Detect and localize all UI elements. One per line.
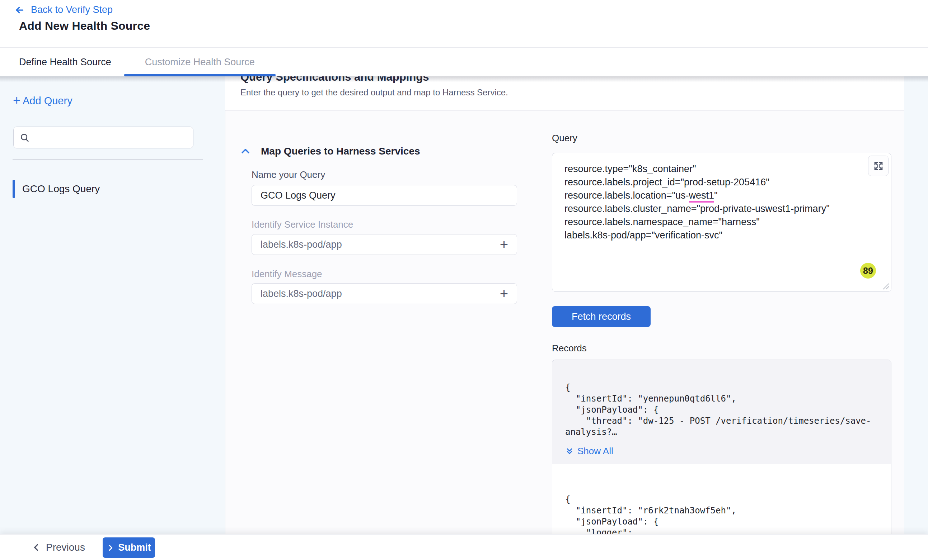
- map-queries-section-head: Map Queries to Harness Services: [240, 146, 420, 157]
- query-search-box: [13, 126, 194, 148]
- name-your-query-label: Name your Query: [252, 169, 325, 180]
- wizard-tabs: Define Health Source Customize Health So…: [0, 48, 928, 76]
- chevron-left-icon: [32, 543, 41, 552]
- back-link[interactable]: Back to Verify Step: [14, 4, 113, 15]
- wizard-footer: Previous Submit: [0, 534, 928, 560]
- resize-handle[interactable]: [882, 282, 890, 290]
- expand-icon: [873, 161, 884, 171]
- query-name-input[interactable]: [261, 190, 508, 201]
- search-icon: [19, 132, 30, 143]
- query-line: resource.labels.project_id="prod-setup-2…: [565, 176, 879, 189]
- add-query-label: Add Query: [23, 95, 72, 107]
- spec-heading: Query Specifications and Mappings: [240, 76, 928, 84]
- query-line: resource.labels.cluster_name="prod-priva…: [565, 202, 879, 216]
- expand-query-button[interactable]: [868, 155, 888, 176]
- previous-button[interactable]: Previous: [32, 534, 85, 560]
- tab-define-health-source[interactable]: Define Health Source: [19, 48, 111, 76]
- identify-message-label: Identify Message: [252, 269, 322, 280]
- back-link-label: Back to Verify Step: [31, 4, 113, 15]
- submit-label: Submit: [118, 542, 151, 553]
- plus-icon: +: [13, 94, 20, 107]
- query-line: resource.labels.location="us-west1": [565, 189, 879, 202]
- submit-button[interactable]: Submit: [103, 537, 155, 558]
- sidebar-divider: [12, 160, 203, 160]
- sidebar-item-gco-logs-query[interactable]: GCO Logs Query: [12, 180, 100, 198]
- map-queries-title: Map Queries to Harness Services: [261, 146, 420, 157]
- tab-customize-health-source[interactable]: Customize Health Source: [124, 48, 276, 76]
- show-all-label: Show All: [577, 446, 613, 457]
- add-service-instance-icon[interactable]: +: [500, 237, 508, 252]
- add-health-source-page: Back to Verify Step Add New Health Sourc…: [0, 0, 928, 560]
- query-line: resource.type="k8s_container": [565, 163, 879, 176]
- add-message-icon[interactable]: +: [500, 286, 508, 301]
- records-label: Records: [552, 343, 587, 354]
- right-gutter: [904, 76, 928, 534]
- query-line: resource.labels.namespace_name="harness": [565, 216, 879, 229]
- page-title: Add New Health Source: [19, 19, 150, 33]
- chevron-right-icon: [107, 544, 114, 552]
- message-field[interactable]: labels.k8s-pod/app +: [252, 283, 517, 304]
- record-json-line: analysis?…: [565, 427, 878, 438]
- add-query-button[interactable]: + Add Query: [13, 95, 72, 107]
- chevron-up-icon[interactable]: [240, 146, 251, 157]
- query-name-field: [252, 185, 517, 206]
- record-json-line: {: [565, 494, 878, 505]
- fetch-records-button[interactable]: Fetch records: [552, 306, 650, 327]
- search-input[interactable]: [34, 132, 187, 143]
- double-chevron-down-icon: [565, 447, 574, 456]
- content-body: + Add Query GCO Logs Query Query Specifi…: [0, 76, 928, 534]
- record-json-line: "jsonPayload": {: [565, 405, 878, 415]
- previous-label: Previous: [46, 542, 85, 553]
- query-mapping-panel: Map Queries to Harness Services Name you…: [225, 110, 904, 534]
- query-item-label: GCO Logs Query: [22, 183, 100, 195]
- selected-indicator-bar: [12, 180, 15, 198]
- record-json-line: "logger":: [565, 527, 878, 534]
- char-count-badge: 89: [860, 263, 876, 278]
- record-json-line: "insertId": "yennepun0qtd6ll6",: [565, 393, 878, 405]
- record-card: { "insertId": "yennepun0qtd6ll6", "jsonP…: [552, 360, 891, 464]
- query-line: labels.k8s-pod/app="verification-svc": [565, 229, 879, 242]
- identify-service-instance-label: Identify Service Instance: [252, 219, 353, 230]
- query-label: Query: [552, 132, 577, 144]
- main-area: Query Specifications and Mappings Enter …: [225, 76, 928, 534]
- record-json-line: "thread": "dw-125 - POST /verification/t…: [565, 415, 878, 427]
- spellcheck-underlined-text: west1: [689, 190, 714, 202]
- record-card: { "insertId": "r6rk2tnah3owf5eh", "jsonP…: [552, 464, 891, 534]
- page-header: Back to Verify Step Add New Health Sourc…: [0, 0, 928, 48]
- query-sidebar: + Add Query GCO Logs Query: [0, 76, 225, 534]
- record-json-line: {: [565, 382, 878, 393]
- service-instance-value: labels.k8s-pod/app: [261, 239, 342, 250]
- service-instance-field[interactable]: labels.k8s-pod/app +: [252, 234, 517, 255]
- show-all-link[interactable]: Show All: [565, 446, 878, 457]
- section-header: Query Specifications and Mappings Enter …: [240, 76, 928, 97]
- message-value: labels.k8s-pod/app: [261, 288, 342, 299]
- records-container[interactable]: { "insertId": "yennepun0qtd6ll6", "jsonP…: [552, 359, 891, 534]
- record-json-line: "insertId": "r6rk2tnah3owf5eh",: [565, 505, 878, 516]
- query-textarea[interactable]: resource.type="k8s_container" resource.l…: [552, 153, 891, 292]
- spec-subheading: Enter the query to get the desired outpu…: [240, 87, 928, 97]
- arrow-left-icon: [14, 5, 25, 15]
- record-json-line: "jsonPayload": {: [565, 516, 878, 527]
